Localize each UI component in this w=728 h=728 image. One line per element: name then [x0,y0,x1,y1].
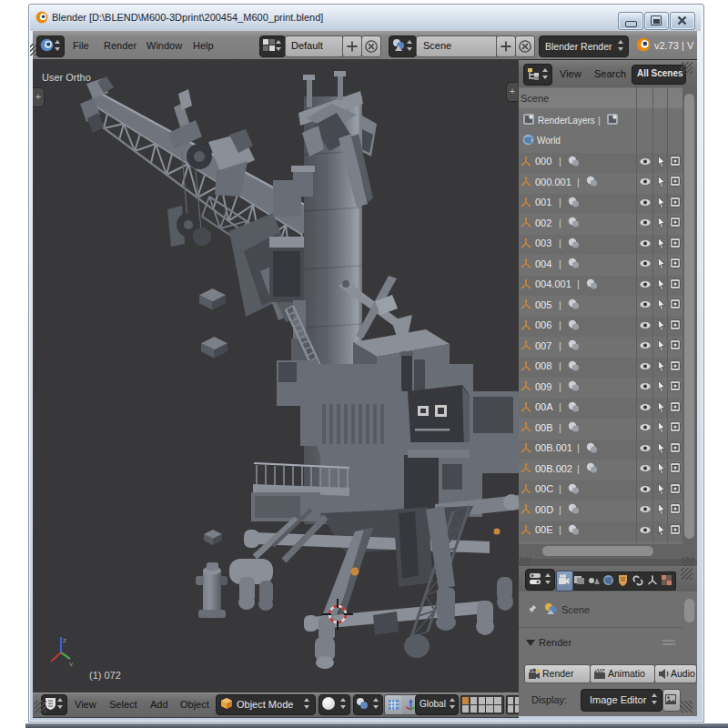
svg-text:y: y [69,660,73,666]
svg-text:z: z [63,636,66,644]
